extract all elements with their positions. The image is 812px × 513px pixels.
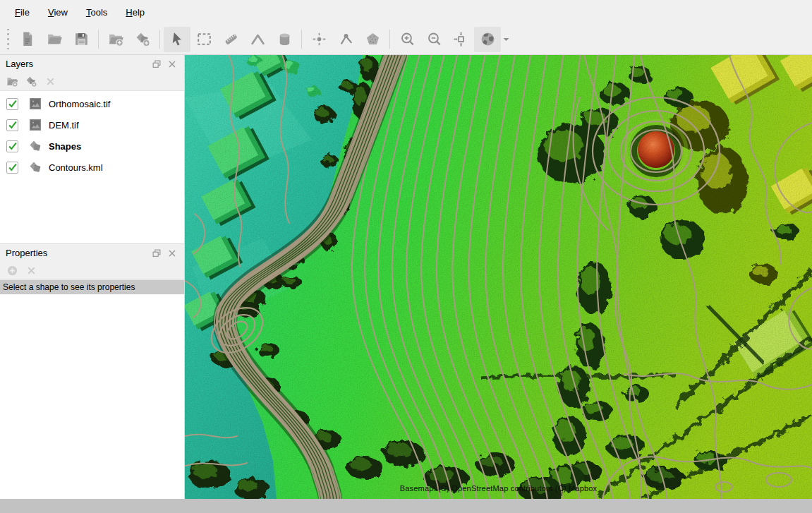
properties-panel-toolbar (0, 262, 184, 280)
float-panel-icon (152, 59, 162, 69)
zoom-to-fit-button[interactable] (447, 27, 474, 52)
select-tool-button[interactable] (164, 27, 190, 52)
angle-icon (249, 30, 267, 48)
dem-terrain-canvas[interactable] (185, 55, 812, 499)
layer-row-orthomosaic[interactable]: Orthomosaic.tif (0, 93, 184, 114)
raster-layer-icon (29, 97, 42, 110)
properties-delete-button[interactable] (24, 264, 38, 278)
open-project-button[interactable] (41, 27, 68, 52)
menu-tools[interactable]: Tools (78, 3, 115, 22)
properties-panel: Properties Select a shape to see its pro… (0, 244, 184, 499)
menu-file[interactable]: File (7, 3, 37, 22)
status-bar (0, 499, 812, 513)
zoom-fit-icon (452, 30, 470, 48)
basemap-dropdown-button[interactable] (501, 27, 511, 52)
layer-label: Shapes (49, 141, 81, 152)
vector-layer-icon (29, 140, 42, 152)
properties-float-button[interactable] (150, 247, 163, 260)
properties-body (0, 294, 184, 499)
add-shapes-icon (134, 30, 152, 48)
zoom-out-icon (425, 30, 443, 48)
add-folder-icon (6, 75, 19, 88)
properties-panel-title: Properties (6, 248, 147, 258)
zoom-in-icon (399, 30, 416, 48)
layer-checkbox[interactable] (6, 162, 18, 174)
layers-float-button[interactable] (150, 58, 163, 71)
properties-add-button[interactable] (5, 264, 19, 278)
checkmark-icon (8, 141, 18, 151)
marquee-icon (195, 30, 213, 48)
layers-add-folder-button[interactable] (5, 75, 19, 89)
toolbar (0, 24, 812, 55)
layer-list: Orthomosaic.tif DEM.tif Shapes (0, 91, 184, 243)
draw-polygon-tool-button[interactable] (359, 27, 386, 52)
layers-close-button[interactable] (166, 58, 178, 71)
chevron-down-icon (503, 37, 509, 42)
add-shapes-icon (25, 75, 38, 88)
vector-layer-icon (29, 161, 42, 174)
measure-angle-tool-button[interactable] (244, 27, 271, 52)
close-icon (167, 59, 177, 69)
layers-panel-header: Layers (0, 55, 184, 73)
zoom-in-button[interactable] (394, 27, 420, 52)
new-project-button[interactable] (14, 27, 41, 52)
toolbar-separator (98, 30, 99, 49)
add-layers-button[interactable] (102, 27, 129, 52)
layer-label: Orthomosaic.tif (49, 99, 110, 109)
add-folder-icon (107, 30, 125, 48)
toolbar-separator (159, 30, 160, 49)
save-project-button[interactable] (68, 27, 95, 52)
menu-bar: File View Tools Help (0, 0, 812, 24)
close-icon (167, 248, 177, 258)
menu-help[interactable]: Help (118, 3, 152, 22)
layer-label: Contours.kml (49, 162, 103, 173)
properties-placeholder-message: Select a shape to see its properties (0, 280, 184, 294)
properties-panel-header: Properties (0, 244, 184, 262)
ruler-icon (222, 30, 240, 48)
measure-distance-tool-button[interactable] (217, 27, 244, 52)
marquee-select-tool-button[interactable] (190, 27, 217, 52)
measure-volume-tool-button[interactable] (271, 27, 298, 52)
layer-row-dem[interactable]: DEM.tif (0, 114, 184, 135)
new-document-icon (19, 30, 37, 48)
delete-x-icon (45, 76, 56, 87)
polyline-icon (337, 30, 355, 48)
draw-polyline-tool-button[interactable] (332, 27, 359, 52)
properties-close-button[interactable] (166, 247, 178, 260)
layers-panel-toolbar (0, 73, 184, 91)
cylinder-icon (276, 30, 293, 48)
layers-panel: Layers Orthomosaic.tif (0, 55, 184, 244)
basemap-toggle-button[interactable] (474, 27, 501, 52)
layers-add-shapes-button[interactable] (24, 75, 38, 89)
sidebar: Layers Orthomosaic.tif (0, 55, 185, 499)
layers-panel-title: Layers (6, 59, 147, 69)
float-panel-icon (152, 248, 162, 258)
cursor-icon (169, 30, 186, 48)
application-window: File View Tools Help (0, 0, 812, 513)
layers-delete-button[interactable] (43, 75, 57, 89)
add-circle-icon (6, 265, 18, 277)
save-floppy-icon (73, 30, 90, 48)
globe-icon (479, 30, 497, 48)
toolbar-separator (389, 30, 390, 49)
draw-marker-tool-button[interactable] (305, 27, 332, 52)
checkmark-icon (8, 99, 18, 109)
checkmark-icon (8, 162, 18, 172)
layer-label: DEM.tif (49, 120, 79, 131)
open-folder-icon (46, 30, 63, 48)
toolbar-drag-handle[interactable] (4, 29, 12, 50)
toolbar-separator (301, 30, 302, 49)
add-shapes-button[interactable] (129, 27, 156, 52)
zoom-out-button[interactable] (420, 27, 447, 52)
menu-view[interactable]: View (40, 3, 75, 22)
layer-checkbox[interactable] (6, 140, 18, 152)
layer-row-shapes[interactable]: Shapes (0, 135, 184, 157)
checkmark-icon (8, 120, 18, 130)
marker-icon (310, 30, 328, 48)
polygon-icon (364, 30, 382, 48)
layer-row-contours[interactable]: Contours.kml (0, 157, 184, 178)
layer-checkbox[interactable] (6, 119, 18, 131)
layer-checkbox[interactable] (6, 98, 18, 110)
delete-x-icon (26, 265, 37, 276)
map-viewport[interactable]: Basemap: (C) OpenStreetMap contributors … (185, 55, 812, 499)
